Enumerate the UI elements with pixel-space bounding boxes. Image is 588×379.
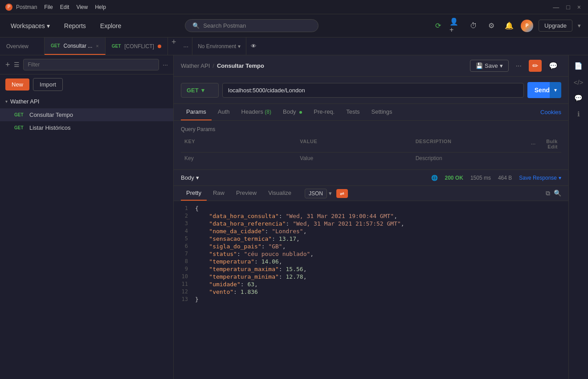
invite-icon[interactable]: 👤+ [449, 20, 462, 32]
consultar-item-name: Consultar Tempo [29, 111, 73, 118]
workspaces-button[interactable]: Workspaces ▾ [7, 20, 53, 32]
minimize-button[interactable]: — [551, 4, 561, 11]
history-icon[interactable]: ⏱ [467, 20, 480, 32]
sidebar-item-listar-historicos[interactable]: GET Listar Históricos [0, 121, 173, 134]
param-value-input[interactable] [300, 155, 412, 161]
collection-name: Wather API [10, 98, 39, 105]
cookies-link[interactable]: Cookies [540, 109, 561, 115]
settings-icon[interactable]: ⚙ [485, 20, 498, 32]
menu-bar: File Edit View Help [44, 4, 106, 10]
query-params-title: Query Params [181, 126, 561, 132]
tab-conflict-label: [CONFLICT] [124, 43, 154, 49]
no-environment-selector[interactable]: No Environment ▾ [192, 37, 246, 55]
menu-file[interactable]: File [44, 4, 53, 10]
notifications-icon[interactable]: 🔔 [503, 20, 515, 32]
response-title[interactable]: Body ▾ [181, 174, 199, 181]
tab-overview[interactable]: Overview [0, 37, 45, 55]
save-response-button[interactable]: Save Response ▾ [519, 175, 561, 181]
url-input[interactable] [222, 83, 524, 98]
eye-button[interactable]: 👁 [246, 37, 261, 55]
maximize-button[interactable]: □ [564, 4, 572, 11]
conflict-dot [158, 45, 161, 48]
save-button[interactable]: 💾 Save ▾ [470, 60, 509, 72]
right-info-icon[interactable]: ℹ [572, 107, 586, 121]
tab-body[interactable]: Body [278, 104, 307, 120]
resp-tab-raw[interactable]: Raw [208, 186, 230, 201]
sidebar-item-consultar-tempo[interactable]: GET Consultar Tempo [0, 108, 173, 121]
sidebar-toolbar: + ☰ ··· [0, 55, 173, 74]
method-chevron-icon: ▾ [201, 87, 204, 94]
consultar-method-label: GET [14, 112, 27, 117]
code-line-6: 6 "sigla_do_pais": "GB", [174, 243, 568, 250]
sidebar-more-options-button[interactable]: ··· [163, 61, 168, 68]
tab-conflict[interactable]: GET [CONFLICT] [106, 37, 168, 55]
tab-bar: Overview GET Consultar ... × GET [CONFLI… [0, 37, 588, 55]
request-tabs: Params Auth Headers (8) Body Pre-req. Te… [174, 104, 568, 121]
right-comment-icon[interactable]: 💬 [572, 91, 586, 105]
upgrade-chevron-icon[interactable]: ▾ [578, 22, 581, 29]
more-options-button[interactable]: ··· [512, 60, 525, 72]
menu-help[interactable]: Help [95, 4, 106, 10]
code-line-10: 10 "temperatura_minima": 12.78, [174, 273, 568, 280]
sync-icon[interactable]: ⟳ [432, 20, 444, 32]
sidebar: + ☰ ··· New Import ▾ Wather API GET Cons… [0, 55, 174, 379]
line-wrap-button[interactable]: ⇌ [336, 189, 348, 198]
param-key-input[interactable] [184, 155, 296, 161]
tab-overview-label: Overview [6, 43, 29, 49]
search-bar[interactable]: 🔍 Search Postman [185, 19, 318, 32]
status-ok-badge: 200 OK [445, 175, 463, 181]
method-selector[interactable]: GET ▾ [181, 83, 219, 98]
format-selector[interactable]: JSON ▾ [305, 189, 332, 198]
tab-headers[interactable]: Headers (8) [236, 104, 277, 120]
body-dot-indicator [299, 111, 302, 114]
send-dropdown-button[interactable]: ▾ [550, 82, 561, 98]
save-icon: 💾 [476, 62, 483, 69]
right-code-icon[interactable]: </> [572, 75, 586, 89]
send-button[interactable]: Send [527, 82, 550, 98]
tab-consultar-label: Consultar ... [64, 43, 93, 49]
right-api-icon[interactable]: 📄 [572, 59, 586, 73]
reports-link[interactable]: Reports [61, 20, 90, 32]
title-bar: P Postman File Edit View Help — □ × [0, 0, 588, 14]
search-response-button[interactable]: 🔍 [554, 190, 561, 197]
tab-tests[interactable]: Tests [341, 104, 365, 120]
response-title-chevron-icon: ▾ [196, 174, 199, 181]
param-description-input[interactable] [416, 155, 527, 161]
add-tab-button[interactable]: + [168, 37, 180, 55]
copy-response-button[interactable]: ⧉ [546, 190, 550, 197]
resp-tab-visualize[interactable]: Visualize [263, 186, 297, 201]
import-button[interactable]: Import [33, 78, 63, 91]
right-sidebar: 📄 </> 💬 ℹ [568, 55, 588, 379]
collection-chevron-icon: ▾ [5, 99, 8, 104]
bulk-edit-button[interactable]: Bulk Edit [538, 139, 558, 149]
params-more-icon[interactable]: ··· [531, 141, 536, 147]
sidebar-filter-icon[interactable]: ☰ [14, 61, 20, 68]
more-tabs-button[interactable]: ··· [180, 37, 192, 55]
tab-auth[interactable]: Auth [212, 104, 235, 120]
collection-header-wather-api[interactable]: ▾ Wather API [0, 95, 173, 108]
resp-tab-pretty[interactable]: Pretty [181, 186, 207, 201]
breadcrumb-parent-link[interactable]: Wather API [181, 62, 210, 69]
sidebar-add-icon[interactable]: + [5, 60, 10, 70]
menu-edit[interactable]: Edit [60, 4, 69, 10]
response-section: Body ▾ 🌐 200 OK 1505 ms 464 B Save Respo… [174, 170, 568, 379]
sidebar-search-input[interactable] [23, 59, 159, 70]
close-button[interactable]: × [576, 4, 583, 11]
resp-tab-preview[interactable]: Preview [231, 186, 262, 201]
comment-button[interactable]: 💬 [545, 60, 561, 72]
explore-link[interactable]: Explore [97, 20, 125, 32]
breadcrumb-actions: 💾 Save ▾ ··· ✏ 💬 [470, 60, 561, 72]
account-icon[interactable]: P [521, 20, 533, 32]
tab-settings[interactable]: Settings [366, 104, 398, 120]
breadcrumb-current: Consultar Tempo [217, 62, 264, 69]
upgrade-button[interactable]: Upgrade [539, 20, 572, 32]
tab-consultar[interactable]: GET Consultar ... × [45, 37, 106, 55]
tab-params[interactable]: Params [181, 104, 212, 120]
menu-view[interactable]: View [76, 4, 88, 10]
params-table-header: KEY VALUE DESCRIPTION ··· Bulk Edit [181, 136, 561, 152]
tab-consultar-close-button[interactable]: × [96, 43, 98, 49]
edit-button[interactable]: ✏ [529, 60, 542, 72]
tab-prereq[interactable]: Pre-req. [308, 104, 340, 120]
code-line-9: 9 "temperatura_maxima": 15.56, [174, 265, 568, 273]
new-button[interactable]: New [5, 78, 29, 91]
